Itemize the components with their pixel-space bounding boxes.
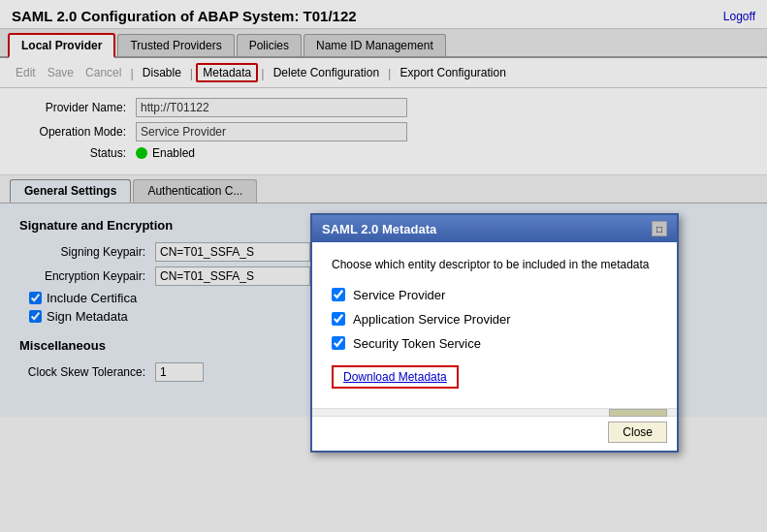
download-metadata-button[interactable]: Download Metadata [332, 365, 459, 389]
modal-checkbox-security-token-service: Security Token Service [332, 336, 657, 351]
saml-metadata-modal: SAML 2.0 Metadata □ Choose which entity … [310, 213, 679, 453]
modal-description: Choose which entity descriptor to be inc… [332, 257, 657, 273]
modal-body: Choose which entity descriptor to be inc… [312, 242, 677, 408]
modal-checkbox-app-service-provider: Application Service Provider [332, 312, 657, 327]
modal-header-close-button[interactable]: □ [652, 221, 667, 236]
modal-close-button[interactable]: Close [608, 422, 667, 443]
main-container: SAML 2.0 Configuration of ABAP System: T… [0, 0, 767, 532]
service-provider-label: Service Provider [353, 288, 445, 302]
modal-scrollbar[interactable] [609, 409, 667, 417]
modal-scroll-area [312, 408, 677, 416]
service-provider-checkbox[interactable] [332, 288, 345, 301]
app-service-provider-label: Application Service Provider [353, 312, 511, 327]
modal-title: SAML 2.0 Metadata [322, 222, 436, 236]
app-service-provider-checkbox[interactable] [332, 312, 345, 326]
modal-header: SAML 2.0 Metadata □ [312, 215, 677, 242]
modal-checkbox-service-provider: Service Provider [332, 288, 657, 302]
modal-overlay: SAML 2.0 Metadata □ Choose which entity … [0, 0, 767, 532]
modal-footer: Close [312, 416, 677, 451]
security-token-service-label: Security Token Service [353, 336, 481, 351]
security-token-service-checkbox[interactable] [332, 336, 345, 350]
